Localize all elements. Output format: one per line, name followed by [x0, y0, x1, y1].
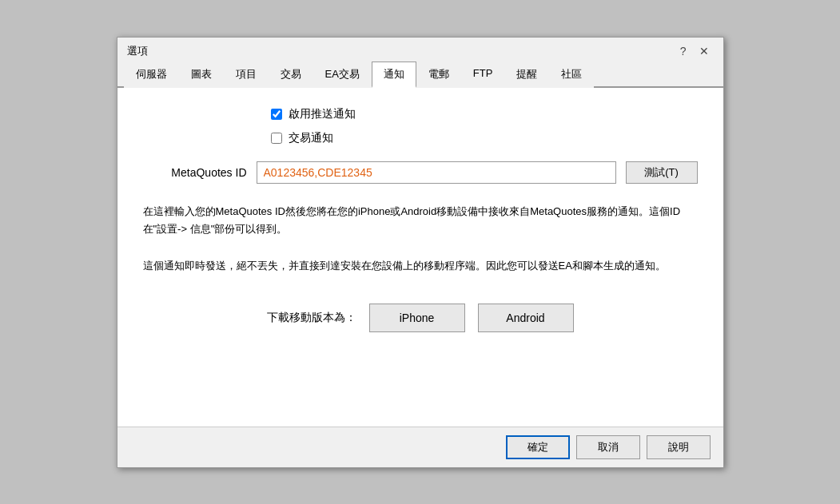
tab-ea[interactable]: EA交易: [313, 62, 372, 88]
iphone-button[interactable]: iPhone: [369, 304, 465, 332]
title-bar: 選項 ? ✕: [117, 38, 723, 62]
tab-email[interactable]: 電郵: [416, 62, 461, 88]
metaquotes-label: MetaQuotes ID: [143, 166, 247, 179]
footer: 確定 取消 說明: [117, 427, 723, 467]
options-dialog: 選項 ? ✕ 伺服器 圖表 項目 交易 EA交易 通知 電郵 FTP: [117, 37, 724, 468]
download-row: 下載移動版本為： iPhone Android: [143, 304, 698, 332]
ok-button[interactable]: 確定: [506, 435, 570, 459]
tab-server[interactable]: 伺服器: [124, 62, 179, 88]
close-title-btn[interactable]: ✕: [695, 44, 714, 58]
help-title-btn[interactable]: ?: [675, 44, 691, 58]
tab-community[interactable]: 社區: [549, 62, 594, 88]
trade-notify-checkbox[interactable]: [271, 133, 282, 144]
enable-push-label[interactable]: 啟用推送通知: [289, 107, 356, 121]
tab-trade[interactable]: 交易: [269, 62, 313, 88]
tab-bar: 伺服器 圖表 項目 交易 EA交易 通知 電郵 FTP 提醒 社區: [117, 62, 723, 88]
tab-chart[interactable]: 圖表: [179, 62, 224, 88]
info-text-2: 這個通知即時發送，絕不丟失，并直接到達安裝在您設備上的移動程序端。因此您可以發送…: [143, 257, 698, 275]
title-bar-controls: ? ✕: [675, 44, 714, 58]
help-button[interactable]: 說明: [647, 435, 711, 459]
test-button[interactable]: 測試(T): [626, 161, 698, 184]
tab-content: 啟用推送通知 交易通知 MetaQuotes ID 測試(T) 在這裡輸入您的M…: [117, 88, 723, 427]
tab-ftp[interactable]: FTP: [461, 62, 505, 88]
metaquotes-row: MetaQuotes ID 測試(T): [143, 161, 698, 184]
tab-notify[interactable]: 通知: [372, 62, 416, 88]
enable-push-checkbox[interactable]: [271, 109, 282, 120]
trade-notify-row: 交易通知: [271, 131, 698, 145]
enable-push-row: 啟用推送通知: [271, 107, 698, 121]
android-button[interactable]: Android: [478, 304, 574, 332]
download-label: 下載移動版本為：: [267, 311, 356, 325]
info-text-1: 在這裡輸入您的MetaQuotes ID然後您將在您的iPhone或Androi…: [143, 203, 698, 238]
cancel-button[interactable]: 取消: [576, 435, 640, 459]
dialog-title: 選項: [127, 44, 148, 58]
tab-items[interactable]: 項目: [224, 62, 269, 88]
metaquotes-input[interactable]: [257, 161, 616, 184]
tab-reminder[interactable]: 提醒: [504, 62, 549, 88]
trade-notify-label[interactable]: 交易通知: [289, 131, 333, 145]
